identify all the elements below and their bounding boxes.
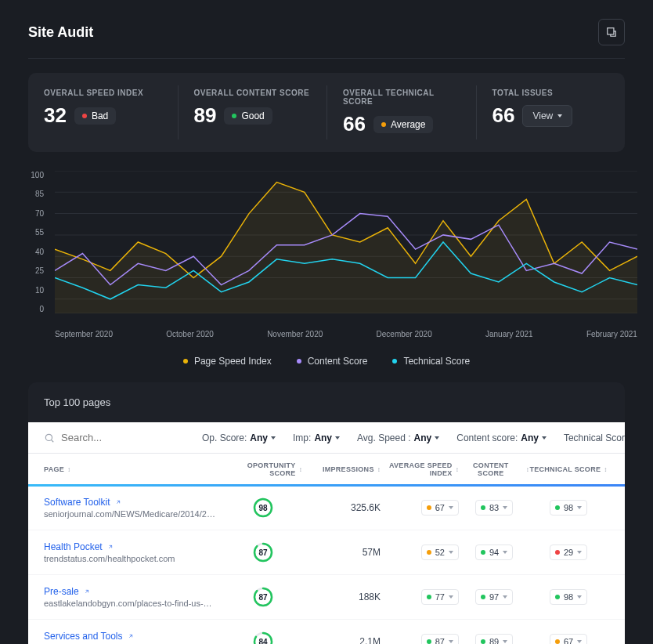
score-pill[interactable]: 97	[475, 589, 513, 605]
score-pill[interactable]: 83	[475, 500, 513, 516]
x-tick: October 2020	[166, 330, 214, 338]
filter-dropdown[interactable]: Op. Score: Any	[202, 432, 276, 443]
score-pill[interactable]: 67	[550, 634, 587, 644]
x-tick: February 2021	[586, 330, 637, 338]
score-pill[interactable]: 77	[421, 589, 459, 605]
column-header[interactable]: IMPRESSIONS↕	[302, 465, 381, 473]
chevron-down-icon	[577, 595, 582, 599]
metric-label: OVERALL TECHNICAL SCORE	[343, 89, 460, 106]
impressions-value: 57M	[302, 547, 381, 558]
svg-rect-0	[608, 28, 614, 34]
view-link[interactable]: V	[608, 548, 625, 557]
y-tick: 10	[28, 286, 49, 295]
opportunity-ring: 87	[253, 542, 273, 563]
metric-card: OVERALL CONTENT SCORE89Good	[178, 85, 327, 139]
view-button[interactable]: View	[522, 105, 572, 127]
page-title: Site Audit	[28, 24, 93, 41]
column-header[interactable]: AVERAGE SPEED INDEX↕	[381, 461, 459, 477]
score-pill[interactable]: 52	[421, 545, 459, 560]
export-icon	[606, 27, 617, 38]
chevron-down-icon	[503, 506, 507, 509]
score-pill[interactable]: 89	[475, 634, 513, 644]
table-title: Top 100 pages	[28, 382, 625, 422]
chevron-down-icon	[271, 436, 276, 440]
view-link[interactable]: V	[608, 592, 625, 602]
search-icon	[44, 432, 55, 443]
export-button[interactable]	[598, 19, 625, 45]
chart-area: 1008570554025100 September 2020October 2…	[28, 171, 637, 327]
external-link-icon	[84, 588, 90, 595]
opportunity-ring: 84	[253, 631, 273, 644]
metric-label: TOTAL ISSUES	[492, 89, 610, 97]
chevron-down-icon	[449, 506, 453, 509]
x-tick: December 2020	[377, 330, 432, 338]
y-tick: 40	[28, 248, 49, 256]
metric-label: OVERALL SPEED INDEX	[44, 89, 162, 97]
metrics-panel: OVERALL SPEED INDEX32BadOVERALL CONTENT …	[28, 73, 625, 152]
metric-card: OVERALL TECHNICAL SCORE66Average	[326, 85, 476, 139]
impressions-value: 2.1M	[302, 636, 381, 644]
chevron-down-icon	[449, 595, 453, 599]
impressions-value: 188K	[302, 592, 381, 602]
external-link-icon	[115, 499, 121, 505]
y-tick: 70	[28, 209, 49, 218]
legend-dot	[183, 359, 188, 364]
view-link[interactable]: V	[608, 503, 625, 512]
filter-dropdown[interactable]: Avg. Speed : Any	[357, 432, 439, 443]
metric-value: 32	[44, 103, 67, 128]
y-tick: 0	[28, 305, 49, 313]
svg-point-9	[45, 434, 52, 440]
page-link[interactable]: Health Pocket	[44, 541, 224, 552]
y-tick: 55	[28, 228, 49, 237]
metric-card: TOTAL ISSUES66View	[476, 85, 626, 139]
chevron-down-icon	[503, 551, 507, 554]
x-tick: November 2020	[267, 330, 323, 338]
view-link[interactable]: V	[608, 637, 625, 644]
legend-item: Content Score	[297, 356, 368, 367]
x-tick: September 2020	[55, 330, 113, 338]
legend-item: Page Speed Index	[183, 356, 272, 367]
score-pill[interactable]: 98	[550, 500, 587, 516]
opportunity-ring: 98	[253, 497, 273, 518]
score-pill[interactable]: 29	[550, 545, 587, 560]
filter-dropdown[interactable]: Technical Score:	[564, 432, 625, 443]
table-row: Pre-sale eastlakelandobgyn.com/places-to…	[28, 575, 625, 620]
external-link-icon	[128, 633, 134, 639]
page-url: seniorjournal.com/NEWS/Medicare/2014/201…	[44, 509, 216, 519]
chevron-down-icon	[449, 640, 453, 643]
column-header[interactable]: TECHNICAL SCORE↕	[529, 465, 608, 473]
score-pill[interactable]: 98	[550, 589, 587, 605]
filter-bar: Op. Score: Any Imp: Any Avg. Speed : Any…	[28, 422, 625, 454]
legend-dot	[392, 359, 397, 364]
chevron-down-icon	[577, 506, 582, 509]
column-header[interactable]: OPORTUNITY SCORE↕	[224, 461, 302, 477]
chart-legend: Page Speed IndexContent ScoreTechnical S…	[0, 356, 653, 367]
legend-item: Technical Score	[392, 356, 470, 367]
chevron-down-icon	[435, 436, 439, 440]
score-pill[interactable]: 67	[421, 500, 459, 516]
chevron-down-icon	[449, 551, 453, 554]
page-link[interactable]: Pre-sale	[44, 586, 224, 597]
y-tick: 100	[28, 171, 49, 179]
page-link[interactable]: Services and Tools	[44, 631, 224, 642]
metric-label: OVERALL CONTENT SCORE	[194, 89, 312, 97]
status-badge: Good	[224, 107, 272, 125]
page-link[interactable]: Software Toolkit	[44, 497, 224, 508]
chevron-down-icon	[542, 436, 547, 440]
metric-value: 66	[492, 103, 515, 128]
chevron-down-icon	[557, 114, 562, 118]
score-pill[interactable]: 87	[421, 634, 459, 644]
filter-dropdown[interactable]: Content score: Any	[456, 432, 547, 443]
status-badge: Average	[373, 116, 433, 133]
column-header[interactable]: CONTENT SCORE↕	[459, 461, 529, 477]
search-input[interactable]	[61, 432, 186, 443]
metric-value: 66	[343, 112, 366, 136]
table-section: Top 100 pages Op. Score: Any Imp: Any Av…	[28, 382, 625, 644]
score-pill[interactable]: 94	[475, 545, 513, 560]
table-header-row: PAGE↕OPORTUNITY SCORE↕IMPRESSIONS↕AVERAG…	[28, 454, 625, 486]
chevron-down-icon	[577, 640, 582, 643]
column-header[interactable]: PAGE↕	[44, 465, 224, 473]
filter-dropdown[interactable]: Imp: Any	[293, 432, 340, 443]
impressions-value: 325.6K	[302, 502, 381, 513]
metric-card: OVERALL SPEED INDEX32Bad	[28, 85, 178, 139]
